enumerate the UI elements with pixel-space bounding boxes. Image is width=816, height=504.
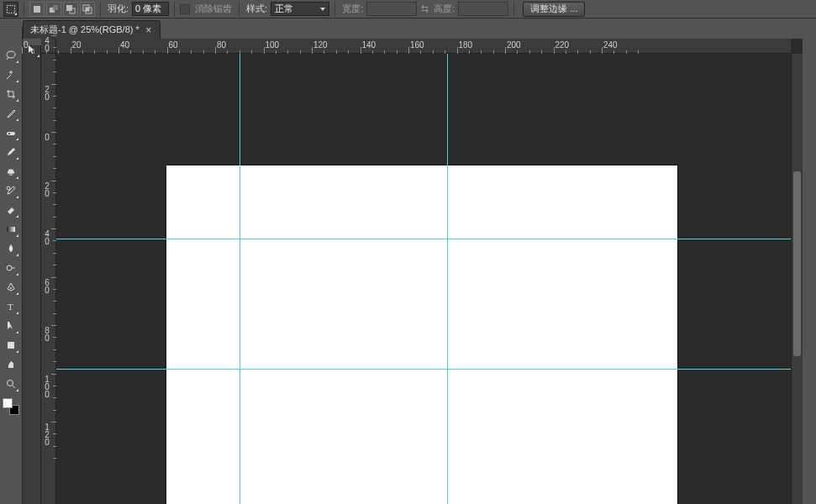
dodge-tool-icon[interactable]	[2, 259, 20, 277]
chevron-down-icon	[320, 8, 325, 11]
ruler-tick-label: 100	[266, 40, 280, 50]
panel-grip[interactable]	[0, 20, 23, 27]
document-tab-bar: 未标题-1 @ 25%(RGB/8) * ×	[23, 20, 161, 39]
selection-mode-add-icon[interactable]	[46, 2, 61, 17]
magic-wand-tool-icon[interactable]	[2, 66, 20, 84]
svg-point-9	[7, 51, 15, 58]
foreground-background-colors[interactable]	[1, 396, 21, 417]
ruler-tick-label: 40	[120, 40, 129, 50]
svg-text:T: T	[8, 302, 13, 312]
svg-rect-13	[7, 227, 15, 232]
ruler-tick-label: 40	[42, 37, 52, 52]
document-tab-title: 未标题-1 @ 25%(RGB/8) *	[30, 24, 140, 36]
hand-tool-icon[interactable]	[2, 355, 20, 374]
editor-area: 020406080100120140160180200220240 402002…	[41, 39, 803, 504]
svg-rect-0	[8, 5, 15, 13]
style-select[interactable]: 正常	[271, 2, 329, 16]
ruler-tick-label: 60	[169, 40, 178, 50]
ruler-tick-label: 80	[42, 327, 52, 342]
app-root: { "options_bar": { "feather_label": "羽化:…	[0, 0, 816, 504]
separator	[334, 2, 335, 17]
eyedropper-tool-icon[interactable]	[2, 104, 20, 123]
svg-point-14	[7, 265, 12, 270]
antialias-checkbox[interactable]	[180, 4, 190, 14]
style-value: 正常	[275, 3, 293, 15]
separator	[100, 2, 101, 17]
ruler-tick-label: 20	[72, 40, 82, 50]
marquee-tool-preset[interactable]	[3, 2, 18, 17]
ruler-tick-label: 240	[603, 40, 618, 50]
ruler-tick-label: 100	[42, 375, 52, 398]
ruler-tick-label: 20	[42, 86, 52, 101]
separator	[24, 2, 24, 17]
options-bar: 羽化: 0 像素 消除锯齿 样式: 正常 宽度: ⇆ 高度: 调整边缘 ...	[0, 0, 816, 18]
feather-input[interactable]: 0 像素	[132, 2, 169, 16]
ruler-tick-label: 200	[507, 40, 521, 50]
ruler-horizontal[interactable]: 020406080100120140160180200220240	[56, 39, 791, 54]
crop-tool-icon[interactable]	[2, 85, 20, 103]
canvas-viewport[interactable]	[56, 54, 791, 504]
guide-horizontal[interactable]	[56, 239, 791, 239]
swap-dimensions-icon[interactable]: ⇆	[419, 3, 430, 15]
svg-point-12	[7, 186, 10, 190]
ruler-tick-label: 180	[459, 40, 473, 50]
canvas[interactable]	[166, 165, 677, 504]
path-selection-tool-icon[interactable]	[2, 317, 20, 335]
svg-rect-1	[34, 6, 40, 13]
ruler-tick-label: 220	[555, 40, 570, 50]
document-tab[interactable]: 未标题-1 @ 25%(RGB/8) * ×	[23, 20, 161, 39]
pen-tool-icon[interactable]	[2, 278, 20, 297]
ruler-tick-label: 140	[362, 40, 376, 50]
toolbox-secondary: T	[0, 20, 23, 504]
vertical-scrollbar[interactable]	[791, 54, 803, 504]
separator	[513, 2, 514, 17]
foreground-color-swatch[interactable]	[3, 398, 13, 408]
svg-rect-17	[8, 342, 14, 349]
close-icon[interactable]: ×	[145, 26, 153, 34]
toolbox-main	[23, 39, 41, 504]
antialias-label: 消除锯齿	[195, 3, 232, 15]
scrollbar-thumb[interactable]	[793, 171, 801, 356]
type-tool-icon[interactable]: T	[2, 297, 20, 316]
refine-edge-button[interactable]: 调整边缘 ...	[523, 2, 585, 17]
ruler-vertical[interactable]: 4020020406080100120	[41, 54, 56, 504]
gradient-tool-icon[interactable]	[2, 220, 20, 239]
svg-rect-10	[7, 132, 15, 135]
height-input[interactable]	[458, 2, 508, 16]
selection-mode-subtract-icon[interactable]	[63, 2, 78, 17]
blur-tool-icon[interactable]	[2, 239, 20, 258]
svg-point-18	[8, 381, 13, 386]
ruler-tick-label: 40	[42, 230, 52, 245]
ruler-tick-label: 160	[410, 40, 424, 50]
clone-stamp-tool-icon[interactable]	[2, 162, 20, 181]
style-label: 样式:	[246, 3, 267, 15]
brush-tool-icon[interactable]	[2, 143, 20, 161]
shape-tool-icon[interactable]	[2, 336, 20, 354]
eraser-tool-icon[interactable]	[2, 201, 20, 219]
ruler-tick-label: 120	[42, 423, 52, 446]
lasso-tool-icon[interactable]	[2, 46, 20, 65]
width-input[interactable]	[366, 2, 417, 16]
feather-label: 羽化:	[108, 3, 129, 15]
svg-rect-11	[8, 133, 10, 134]
ruler-tick-label: 80	[217, 40, 226, 50]
ruler-tick-label: 60	[42, 279, 52, 294]
svg-point-15	[10, 287, 12, 289]
history-brush-tool-icon[interactable]	[2, 181, 20, 200]
guide-vertical[interactable]	[240, 54, 240, 504]
healing-brush-tool-icon[interactable]	[2, 123, 20, 142]
separator	[174, 2, 175, 17]
ruler-tick-label: 20	[42, 182, 52, 197]
svg-rect-8	[86, 8, 89, 11]
selection-mode-new-icon[interactable]	[29, 2, 45, 17]
zoom-tool-icon[interactable]	[2, 375, 20, 393]
separator	[239, 2, 240, 17]
ruler-tick-label: 120	[313, 40, 328, 50]
ruler-tick-label: 0	[42, 134, 52, 141]
guide-horizontal[interactable]	[56, 369, 791, 370]
guide-vertical[interactable]	[447, 54, 448, 504]
height-label: 高度:	[434, 3, 455, 15]
svg-rect-3	[53, 5, 58, 10]
width-label: 宽度:	[342, 3, 363, 15]
selection-mode-intersect-icon[interactable]	[80, 2, 95, 17]
